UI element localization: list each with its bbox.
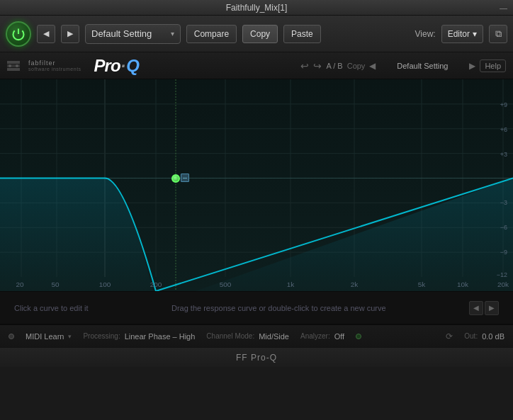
analyzer-label: Analyzer:	[300, 332, 330, 340]
ab-button[interactable]: A / B	[326, 62, 342, 70]
power-button[interactable]	[6, 21, 31, 47]
brand-sub: software instruments	[28, 67, 81, 72]
channel-value[interactable]: Mid/Side	[259, 332, 289, 341]
channel-mode-item: Channel Mode: Mid/Side	[206, 332, 289, 341]
svg-text:−9: −9	[500, 249, 507, 256]
eq-handle[interactable]	[171, 174, 180, 183]
preset-nav-left[interactable]: ◀	[369, 61, 376, 71]
redo-button[interactable]: ↪	[313, 60, 322, 72]
ab-copy-button[interactable]: Copy	[347, 62, 366, 70]
svg-text:+3: +3	[500, 151, 507, 158]
processing-value[interactable]: Linear Phase – High	[125, 332, 196, 341]
next-preset-button[interactable]: ▶	[61, 25, 79, 43]
analyzer-item: Analyzer: Off	[300, 332, 344, 341]
display-nav: ◀ ▶	[469, 301, 499, 315]
svg-text:5k: 5k	[418, 280, 426, 288]
analyzer-value[interactable]: Off	[334, 332, 344, 341]
paste-button[interactable]: Paste	[283, 25, 321, 43]
copy-button[interactable]: Copy	[242, 25, 278, 43]
info-bar: Click a curve to edit it Drag the respon…	[0, 292, 513, 324]
header-preset-name: Default Setting	[380, 62, 465, 70]
eq-display[interactable]: 12 dB	[0, 79, 513, 292]
svg-text:2k: 2k	[351, 280, 359, 288]
svg-text:20k: 20k	[497, 280, 509, 288]
close-btn[interactable]: —	[500, 4, 507, 12]
midi-learn-label: MIDI Learn	[26, 332, 64, 341]
midi-learn-item[interactable]: MIDI Learn ▾	[26, 332, 72, 341]
link-button[interactable]: ⧉	[489, 25, 507, 43]
svg-text:500: 500	[220, 280, 232, 288]
view-dropdown[interactable]: Editor ▾	[441, 25, 483, 43]
left-info-text: Click a curve to edit it	[14, 304, 89, 312]
ab-controls: ↩ ↪ A / B Copy ◀ Default Setting ▶ Help	[300, 59, 506, 72]
svg-text:100: 100	[99, 280, 111, 288]
link-icon: ⧉	[495, 28, 502, 40]
analyzer-dot	[356, 334, 361, 339]
out-value: 0.0 dB	[482, 332, 504, 341]
reset-icon[interactable]: ⟳	[446, 331, 453, 341]
svg-text:+6: +6	[500, 126, 507, 133]
svg-text:200: 200	[150, 280, 162, 288]
plugin-header: fabfilter software instruments Pro · Q ↩…	[0, 52, 513, 79]
compare-button[interactable]: Compare	[186, 25, 237, 43]
product-logo: Pro · Q	[94, 56, 140, 76]
midi-dropdown-arrow: ▾	[68, 333, 72, 340]
handle-indicator	[181, 174, 189, 182]
undo-button[interactable]: ↩	[300, 60, 309, 72]
help-button[interactable]: Help	[480, 59, 506, 72]
preset-nav-right[interactable]: ▶	[469, 61, 475, 71]
logo-icon	[7, 61, 20, 71]
view-dropdown-arrow: ▾	[473, 29, 477, 39]
preset-dropdown-arrow: ▾	[171, 30, 174, 38]
view-label: View:	[415, 29, 436, 39]
app-title-bar: FF Pro-Q	[0, 347, 513, 367]
display-nav-left[interactable]: ◀	[469, 301, 483, 315]
top-controls: ◀ ▶ Default Setting ▾ Compare Copy Paste…	[0, 16, 513, 52]
display-nav-right[interactable]: ▶	[485, 301, 499, 315]
svg-text:50: 50	[51, 280, 60, 288]
svg-text:−12: −12	[497, 271, 507, 278]
processing-item: Processing: Linear Phase – High	[83, 332, 195, 341]
svg-text:10k: 10k	[457, 280, 468, 288]
status-bar: MIDI Learn ▾ Processing: Linear Phase – …	[0, 324, 513, 347]
out-label: Out:	[464, 332, 478, 340]
title-bar: Faithfully_Mix[1] —	[0, 0, 513, 16]
svg-text:20: 20	[16, 280, 24, 288]
window-title: Faithfully_Mix[1]	[226, 3, 288, 13]
svg-text:−6: −6	[500, 224, 507, 231]
svg-text:+9: +9	[500, 101, 507, 108]
logo-area: fabfilter software instruments	[28, 59, 81, 72]
midi-indicator	[9, 334, 14, 339]
brand-name: fabfilter	[28, 59, 81, 67]
right-info-text: Drag the response curve or double-click …	[171, 304, 386, 312]
svg-text:1k: 1k	[287, 280, 295, 288]
channel-label: Channel Mode:	[206, 332, 254, 340]
processing-label: Processing:	[83, 332, 120, 340]
preset-dropdown[interactable]: Default Setting ▾	[85, 24, 181, 44]
output-item: Out: 0.0 dB	[464, 332, 504, 341]
prev-preset-button[interactable]: ◀	[37, 25, 55, 43]
app-title-label: FF Pro-Q	[236, 353, 277, 363]
eq-curve-svg: 20 50 100 200 500 1k 2k 5k 10k 20k +9 +6…	[0, 79, 513, 291]
svg-text:−3: −3	[500, 199, 507, 206]
